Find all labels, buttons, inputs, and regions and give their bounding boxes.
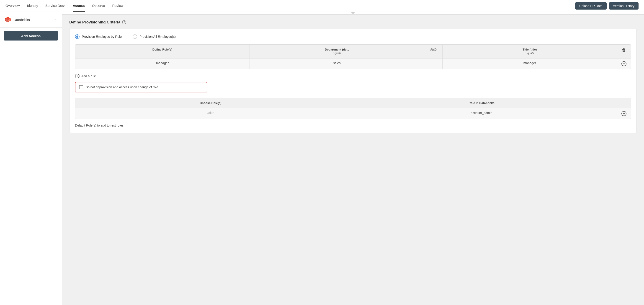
sidebar: Databricks ⋯ Add Access [0, 12, 62, 305]
radio-circle-all [133, 34, 137, 39]
provisioning-criteria-card: Provision Employee by Role Provision All… [69, 29, 637, 133]
radio-label-role: Provision Employee by Role [82, 35, 122, 38]
cell-role: manager [75, 58, 250, 69]
add-rule-label: Add a rule [81, 74, 96, 78]
nav-item-service-desk[interactable]: Service Desk [45, 0, 66, 12]
help-icon[interactable]: ? [122, 20, 126, 24]
brand-name: Databricks [14, 18, 30, 22]
delete-header-icon[interactable]: 🗑 [622, 48, 626, 52]
sidebar-brand: Databricks [4, 16, 30, 23]
nav-item-review[interactable]: Review [112, 0, 124, 12]
cell-and [424, 58, 442, 69]
radio-provision-by-role[interactable]: Provision Employee by Role [75, 34, 122, 39]
col-header-delete: 🗑 [617, 45, 631, 58]
kebab-menu-icon[interactable]: ⋯ [53, 17, 58, 22]
radio-circle-role [75, 34, 80, 39]
add-access-button[interactable]: Add Access [4, 31, 58, 40]
default-roles-label: Default Role(s) to add to rest roles [75, 124, 631, 127]
col-header-choose-roles: Choose Role(s) [75, 98, 346, 108]
role-table-header: Choose Role(s) Role in Databricks [75, 98, 631, 108]
nav-item-identity[interactable]: Identity [27, 0, 38, 12]
section-title: Define Provisioning Criteria [69, 20, 120, 24]
cell-role-in-databricks: account_admin [346, 108, 617, 119]
col-header-define-roles: Define Role(s) [75, 45, 250, 58]
upload-hr-data-button[interactable]: Upload HR Data [575, 2, 607, 9]
do-not-deprovision-checkbox-row[interactable]: Do not deprovision app access upon chang… [75, 82, 207, 92]
databricks-logo [4, 16, 12, 23]
col-header-department: Department (de... Equals [250, 45, 424, 58]
radio-label-all: Provision All Employee(s) [140, 35, 176, 38]
criteria-table-header: Define Role(s) Department (de... Equals … [75, 45, 631, 58]
do-not-deprovision-label: Do not deprovision app access upon chang… [86, 85, 158, 89]
cell-choose-role-value[interactable]: value [75, 108, 346, 119]
top-connector [62, 12, 644, 14]
radio-group: Provision Employee by Role Provision All… [75, 34, 631, 39]
radio-provision-all[interactable]: Provision All Employee(s) [133, 34, 176, 39]
role-table-row: value account_admin + [75, 108, 631, 119]
do-not-deprovision-checkbox[interactable] [79, 85, 83, 89]
add-rule[interactable]: + Add a rule [75, 74, 631, 78]
cell-department: sales [250, 58, 424, 69]
col-header-title: Title (title) Equals [442, 45, 617, 58]
nav-item-access[interactable]: Access [73, 0, 85, 12]
criteria-table: Define Role(s) Department (de... Equals … [75, 44, 631, 69]
col-header-role-in-databricks: Role in Databricks [346, 98, 617, 108]
main-content: Define Provisioning Criteria ? Provision… [62, 12, 644, 305]
criteria-table-row: manager sales manager + [75, 58, 631, 69]
add-rule-icon: + [75, 74, 80, 78]
cell-title: manager [442, 58, 617, 69]
triangle-indicator [351, 12, 355, 14]
top-nav: Overview Identity Service Desk Access Ob… [0, 0, 644, 12]
add-role-icon[interactable]: + [622, 111, 626, 116]
section-header: Define Provisioning Criteria ? [69, 20, 637, 24]
version-history-button[interactable]: Version History [609, 2, 638, 9]
nav-items: Overview Identity Service Desk Access Ob… [6, 0, 124, 12]
nav-item-overview[interactable]: Overview [6, 0, 20, 12]
col-header-and: AND [424, 45, 442, 58]
cell-add[interactable]: + [617, 58, 631, 69]
role-mapping-table: Choose Role(s) Role in Databricks value … [75, 98, 631, 119]
layout: Databricks ⋯ Add Access Define Provision… [0, 12, 644, 305]
content-inner: Define Provisioning Criteria ? Provision… [62, 14, 644, 138]
cell-role-add[interactable]: + [617, 108, 631, 119]
col-header-role-action [617, 98, 631, 108]
nav-actions: Upload HR Data Version History [575, 2, 638, 9]
add-row-icon[interactable]: + [622, 61, 626, 66]
nav-item-observe[interactable]: Observe [92, 0, 105, 12]
sidebar-header: Databricks ⋯ [0, 12, 62, 27]
